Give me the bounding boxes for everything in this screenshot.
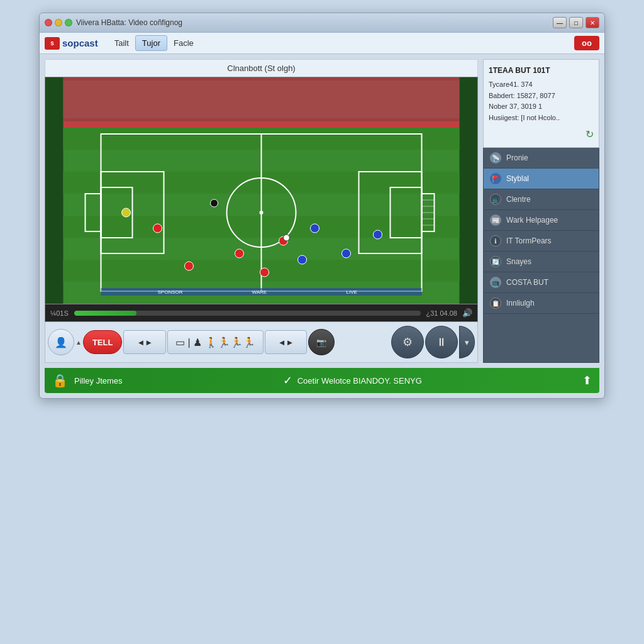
- channel-label-innliulgh: Innliulgh: [506, 299, 535, 308]
- close-button[interactable]: ✕: [586, 17, 599, 28]
- channel-icon-it: ℹ: [490, 235, 501, 247]
- svg-point-33: [122, 208, 131, 217]
- video-area[interactable]: SPONSOR WARE LIVE: [45, 77, 477, 304]
- prev-next-button[interactable]: ◄►: [123, 330, 166, 354]
- player-buttons[interactable]: ▭ | ♟ 🚶🏃🏃🏃: [167, 330, 264, 354]
- snapshot-button[interactable]: 📷: [308, 329, 335, 355]
- channel-item-pronie[interactable]: 📡 Pronie: [484, 148, 599, 169]
- channel-icon-styblal: 🚩: [490, 173, 501, 184]
- channel-item-it[interactable]: ℹ IT TormPears: [484, 231, 599, 252]
- check-icon: ✓: [283, 374, 292, 387]
- svg-point-27: [260, 268, 269, 277]
- menu-tujor[interactable]: Tujor: [135, 35, 167, 51]
- dot-green[interactable]: [65, 19, 72, 26]
- info-line4: Husiigest: [I not Hcolo..: [489, 113, 594, 124]
- tell-button[interactable]: TELL: [83, 330, 123, 354]
- settings-button[interactable]: ⚙: [391, 326, 424, 358]
- info-box: 1TEAA BUT 101T Tycare41. 374 Babdert: 15…: [483, 59, 599, 148]
- info-loading: ↻: [489, 126, 594, 143]
- window-dots: [45, 19, 72, 26]
- info-line3: Nober 37, 3019 1: [489, 101, 594, 113]
- channel-label-costa: COSTA BUT: [506, 278, 548, 287]
- svg-point-30: [342, 249, 351, 258]
- svg-point-34: [284, 235, 290, 241]
- loading-spinner-icon: ↻: [586, 126, 594, 143]
- logo-text: sopcast: [62, 38, 98, 48]
- channel-label-wark: Wark Helpagee: [506, 216, 558, 225]
- logo-icon: s: [45, 37, 60, 50]
- bottom-bar: 🔒 Pilley Jtemes ✓ Coetir Welotce BIANDOY…: [45, 368, 599, 393]
- time-right: ¿31 04.08: [426, 309, 457, 317]
- channel-icon-costa: 📺: [490, 277, 501, 288]
- arrow-up-icon: ▲: [75, 339, 82, 346]
- bottom-left-text: Pilley Jtemes: [74, 376, 123, 386]
- window-controls: — □ ✕: [553, 17, 599, 28]
- channel-title: Clnanbott (St olgh): [45, 59, 478, 77]
- channel-icon-clentre: 📺: [490, 194, 501, 205]
- info-line1: Tycare41. 374: [489, 79, 594, 91]
- skip-button[interactable]: ◄►: [265, 330, 308, 354]
- svg-text:SPONSOR: SPONSOR: [158, 289, 183, 295]
- main-window: Viivera HBatta: Video coñfignog — □ ✕ s …: [39, 13, 605, 399]
- channel-icon-wark: 📰: [490, 214, 501, 226]
- bottom-bar-center: ✓ Coetir Welotce BIANDOY. SENYG: [129, 374, 576, 387]
- info-box-title: 1TEAA BUT 101T: [489, 65, 594, 77]
- menu-bar: s sopcast Tailt Tujor Facle oo: [40, 33, 604, 54]
- window-title: Viivera HBatta: Video coñfignog: [76, 18, 182, 27]
- progress-fill: [74, 311, 136, 316]
- minimize-button[interactable]: —: [553, 17, 567, 28]
- user-button[interactable]: 👤: [48, 329, 74, 355]
- nav-controls: ◄►: [123, 330, 166, 354]
- svg-point-35: [211, 199, 218, 207]
- dot-red[interactable]: [45, 19, 52, 26]
- lock-icon: 🔒: [52, 373, 68, 388]
- controls-bar: 👤 ▲ TELL ◄► ▭ | ♟ 🚶🏃🏃🏃 ◄► 📷 ⚙: [45, 322, 478, 363]
- channel-icon-innliulgh: 📋: [490, 297, 501, 309]
- svg-rect-7: [64, 80, 460, 118]
- channel-list: 📡 Pronie 🚩 Styblal 📺 Clentre 📰 Wark Help…: [483, 148, 599, 363]
- pause-button[interactable]: ⏸: [425, 326, 458, 358]
- channel-item-innliulgh[interactable]: 📋 Innliulgh: [484, 293, 599, 314]
- upload-icon[interactable]: ⬆: [582, 374, 592, 387]
- menu-facle[interactable]: Facle: [167, 36, 200, 50]
- progress-track[interactable]: [74, 311, 421, 316]
- dropdown-button[interactable]: ▾: [459, 326, 475, 358]
- record-button[interactable]: oo: [574, 36, 599, 50]
- svg-point-31: [298, 255, 307, 264]
- menu-tailt[interactable]: Tailt: [108, 36, 135, 50]
- channel-item-wark[interactable]: 📰 Wark Helpagee: [484, 210, 599, 231]
- snap-controls: 📷: [308, 329, 335, 355]
- svg-point-28: [153, 224, 162, 233]
- volume-icon[interactable]: 🔊: [462, 308, 472, 318]
- logo: s sopcast: [45, 37, 98, 50]
- right-panel: 1TEAA BUT 101T Tycare41. 374 Babdert: 15…: [483, 59, 599, 363]
- info-line2: Babdert: 15827, 8077: [489, 91, 594, 102]
- channel-item-clentre[interactable]: 📺 Clentre: [484, 189, 599, 210]
- time-left: ¼01S: [50, 309, 69, 317]
- channel-label-it: IT TormPears: [506, 236, 552, 245]
- channel-label-snayes: Snayes: [506, 257, 531, 266]
- title-bar: Viivera HBatta: Video coñfignog — □ ✕: [40, 13, 604, 33]
- right-controls: ⚙ ⏸ ▾: [391, 326, 475, 358]
- channel-icon-snayes: 🔄: [490, 256, 501, 267]
- svg-point-24: [185, 262, 194, 270]
- dot-yellow[interactable]: [55, 19, 62, 26]
- svg-text:LIVE: LIVE: [347, 289, 357, 295]
- left-controls: 👤 ▲ TELL: [48, 329, 122, 355]
- svg-point-12: [260, 211, 264, 214]
- bottom-center-text: Coetir Welotce BIANDOY. SENYG: [297, 376, 422, 386]
- channel-label-styblal: Styblal: [506, 174, 529, 183]
- channel-label-pronie: Pronie: [506, 153, 528, 162]
- channel-label-clentre: Clentre: [506, 195, 531, 204]
- channel-item-snayes[interactable]: 🔄 Snayes: [484, 252, 599, 272]
- channel-item-costa[interactable]: 📺 COSTA BUT: [484, 272, 599, 293]
- video-panel: Clnanbott (St olgh): [45, 59, 478, 363]
- channel-item-styblal[interactable]: 🚩 Styblal: [484, 169, 599, 189]
- progress-bar-container: ¼01S ¿31 04.08 🔊: [45, 304, 478, 322]
- channel-icon-pronie: 📡: [490, 152, 501, 164]
- svg-point-32: [374, 230, 382, 239]
- svg-point-29: [311, 224, 319, 233]
- video-container: SPONSOR WARE LIVE: [45, 77, 478, 304]
- maximize-button[interactable]: □: [569, 17, 583, 28]
- main-content: Clnanbott (St olgh): [40, 54, 604, 368]
